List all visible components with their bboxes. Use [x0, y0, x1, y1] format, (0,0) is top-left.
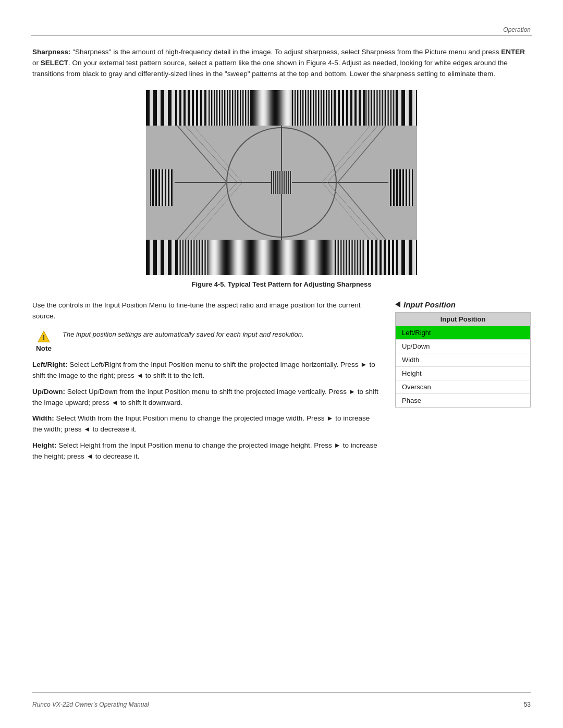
svg-rect-28: [209, 240, 250, 275]
menu-item-overscan[interactable]: Overscan: [396, 380, 530, 394]
svg-rect-20: [250, 90, 292, 126]
svg-rect-33: [396, 240, 417, 275]
svg-rect-27: [177, 240, 209, 275]
triangle-left-icon: [395, 301, 400, 307]
top-rule: [31, 35, 532, 36]
svg-rect-38: [150, 169, 173, 206]
note-icon-area: ! Note: [32, 329, 55, 352]
width-lead: Width:: [32, 414, 54, 422]
two-col-layout: Use the controls in the Input Position M…: [32, 300, 531, 467]
operation-label: Operation: [503, 26, 531, 33]
warning-triangle-icon: !: [34, 330, 53, 343]
sharpness-lead: Sharpness:: [32, 48, 71, 56]
menu-header: Input Position: [396, 313, 530, 326]
input-position-intro: Use the controls in the Input Position M…: [32, 300, 380, 322]
svg-rect-26: [146, 240, 177, 275]
menu-item-updown[interactable]: Up/Down: [396, 340, 530, 353]
input-position-title: Input Position: [395, 300, 531, 309]
right-column: Input Position Input Position Left/Right…: [395, 300, 531, 467]
leftright-para: Left/Right: Select Left/Right from the I…: [32, 360, 380, 381]
height-lead: Height:: [32, 441, 57, 449]
menu-item-height[interactable]: Height: [396, 367, 530, 380]
menu-item-phase[interactable]: Phase: [396, 394, 530, 407]
sharpness-paragraph: Sharpness: "Sharpness" is the amount of …: [32, 47, 531, 80]
updown-lead: Up/Down:: [32, 388, 65, 396]
page: Operation Sharpness: "Sharpness" is the …: [0, 0, 563, 728]
svg-rect-40: [390, 169, 413, 206]
height-para: Height: Select Height from the Input Pos…: [32, 440, 380, 462]
width-para: Width: Select Width from the Input Posit…: [32, 413, 380, 435]
footer-rule: [32, 692, 531, 693]
svg-rect-22: [334, 90, 365, 126]
menu-item-leftright[interactable]: Left/Right: [396, 326, 530, 340]
footer-manual-name: Runco VX-22d Owner's Operating Manual: [32, 701, 149, 708]
svg-rect-17: [146, 90, 177, 126]
test-pattern-figure: [146, 90, 417, 275]
figure-caption: Figure 4-5. Typical Test Pattern for Adj…: [32, 279, 531, 290]
menu-item-width[interactable]: Width: [396, 353, 530, 367]
svg-rect-29: [250, 240, 292, 275]
svg-rect-18: [177, 90, 209, 126]
input-position-title-text: Input Position: [403, 300, 456, 309]
footer: Runco VX-22d Owner's Operating Manual 53: [32, 701, 531, 708]
svg-rect-21: [292, 90, 334, 126]
note-text: The input position settings are automati…: [63, 329, 304, 340]
svg-rect-46: [271, 171, 292, 194]
left-column: Use the controls in the Input Position M…: [32, 300, 380, 467]
note-box: ! Note The input position settings are a…: [32, 329, 380, 352]
svg-rect-19: [209, 90, 250, 126]
svg-rect-31: [334, 240, 365, 275]
input-position-menu: Input Position Left/Right Up/Down Width …: [395, 312, 531, 408]
note-text-area: The input position settings are automati…: [63, 329, 304, 340]
leftright-lead: Left/Right:: [32, 361, 67, 368]
updown-para: Up/Down: Select Up/Down from the Input P…: [32, 387, 380, 409]
svg-rect-23: [365, 90, 396, 126]
svg-text:!: !: [43, 334, 45, 342]
svg-rect-24: [396, 90, 417, 126]
test-pattern-svg: [146, 90, 417, 275]
svg-rect-32: [365, 240, 396, 275]
svg-rect-30: [292, 240, 334, 275]
footer-page-number: 53: [524, 701, 531, 708]
content: Sharpness: "Sharpness" is the amount of …: [32, 47, 531, 467]
note-label: Note: [36, 344, 52, 352]
